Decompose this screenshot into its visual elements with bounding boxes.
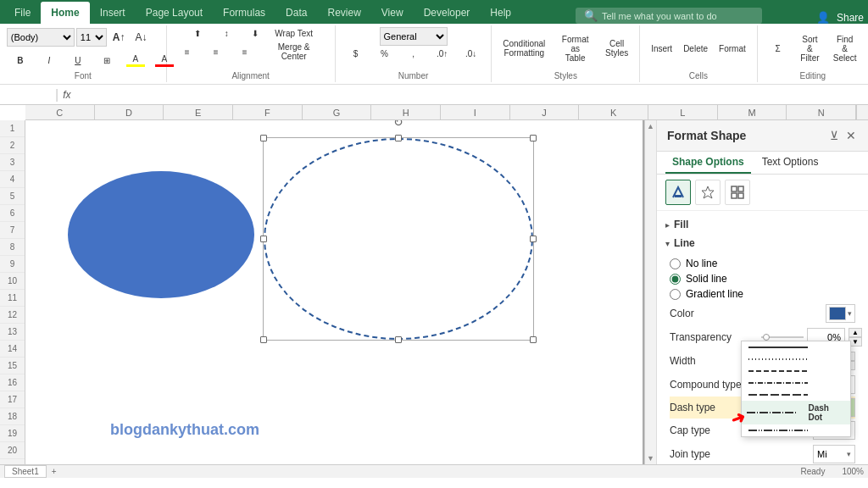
tab-view[interactable]: View: [371, 2, 414, 24]
transparency-slider[interactable]: [761, 336, 804, 338]
cell-styles-btn[interactable]: CellStyles: [601, 37, 632, 59]
spreadsheet-canvas[interactable]: ↻ blogdankythuat.com: [25, 120, 644, 464]
no-line-radio[interactable]: [670, 258, 681, 269]
dash-option-longdashdot[interactable]: Dash Dot: [742, 401, 850, 424]
transparency-up-btn[interactable]: ▲: [849, 328, 862, 337]
dash-type-popup[interactable]: Dash Dot: [741, 341, 851, 437]
row-11[interactable]: 11: [0, 290, 25, 307]
row-13[interactable]: 13: [0, 324, 25, 341]
tab-help[interactable]: Help: [480, 2, 521, 24]
row-19[interactable]: 19: [0, 425, 25, 442]
insert-btn[interactable]: Insert: [647, 42, 676, 55]
selected-shape-container[interactable]: ↻: [263, 137, 534, 341]
row-4[interactable]: 4: [0, 171, 25, 188]
align-center-btn[interactable]: ≡: [203, 41, 230, 63]
align-top-btn[interactable]: ⬆: [184, 27, 211, 40]
autosum-btn[interactable]: Σ: [765, 42, 792, 55]
resize-handle-br[interactable]: [530, 336, 537, 343]
row-14[interactable]: 14: [0, 341, 25, 358]
italic-btn[interactable]: I: [36, 53, 63, 69]
fill-line-icon-btn[interactable]: [665, 180, 691, 205]
share-label[interactable]: Share: [837, 12, 864, 24]
solid-line-radio[interactable]: [670, 274, 681, 285]
row-8[interactable]: 8: [0, 239, 25, 256]
number-format-select[interactable]: General: [380, 27, 448, 46]
col-n[interactable]: N: [787, 105, 856, 119]
col-c[interactable]: C: [25, 105, 95, 119]
panel-close-btn[interactable]: ✕: [844, 127, 858, 144]
dash-option-solid[interactable]: [742, 341, 850, 353]
col-k[interactable]: K: [579, 105, 648, 119]
tab-file[interactable]: File: [4, 2, 41, 24]
resize-handle-tl[interactable]: [260, 135, 267, 141]
row-18[interactable]: 18: [0, 408, 25, 425]
col-j[interactable]: J: [510, 105, 580, 119]
row-2[interactable]: 2: [0, 137, 25, 154]
tab-review[interactable]: Review: [317, 2, 370, 24]
bold-btn[interactable]: B: [7, 53, 34, 69]
size-properties-icon-btn[interactable]: [725, 180, 750, 205]
align-middle-btn[interactable]: ↕: [213, 27, 240, 40]
tab-shape-options[interactable]: Shape Options: [665, 152, 751, 174]
row-16[interactable]: 16: [0, 374, 25, 391]
row-9[interactable]: 9: [0, 256, 25, 273]
color-picker[interactable]: ▾: [826, 304, 855, 323]
row-15[interactable]: 15: [0, 358, 25, 374]
row-7[interactable]: 7: [0, 222, 25, 239]
tab-developer[interactable]: Developer: [414, 2, 481, 24]
find-select-btn[interactable]: Find &Select: [828, 33, 861, 64]
fill-color-btn[interactable]: A: [122, 53, 149, 69]
col-i[interactable]: I: [441, 105, 510, 119]
sort-filter-btn[interactable]: Sort &Filter: [794, 33, 826, 64]
row-20[interactable]: 20: [0, 442, 25, 459]
dash-option-longdash[interactable]: [742, 389, 850, 401]
decimal-increase-btn[interactable]: .0↑: [429, 47, 456, 60]
line-section-header[interactable]: ▾ Line: [657, 234, 868, 252]
resize-handle-tr[interactable]: [530, 135, 537, 141]
resize-handle-mr[interactable]: [530, 236, 537, 242]
row-6[interactable]: 6: [0, 205, 25, 222]
font-decrease-btn[interactable]: A↓: [131, 30, 151, 45]
row-17[interactable]: 17: [0, 391, 25, 408]
delete-btn[interactable]: Delete: [679, 42, 712, 55]
align-bottom-btn[interactable]: ⬇: [242, 27, 269, 40]
col-g[interactable]: G: [303, 105, 372, 119]
resize-handle-bl[interactable]: [260, 336, 267, 343]
col-f[interactable]: F: [233, 105, 303, 119]
resize-handle-ml[interactable]: [260, 236, 267, 242]
panel-pin-btn[interactable]: ⊻: [828, 127, 840, 144]
effects-icon-btn[interactable]: [695, 180, 721, 205]
dash-option-dash[interactable]: [742, 365, 850, 377]
row-10[interactable]: 10: [0, 273, 25, 290]
border-btn[interactable]: ⊞: [93, 53, 120, 69]
comma-btn[interactable]: ,: [400, 47, 427, 60]
wrap-text-btn[interactable]: Wrap Text: [270, 27, 317, 40]
align-right-btn[interactable]: ≡: [231, 41, 259, 63]
col-l[interactable]: L: [648, 105, 718, 119]
font-increase-btn[interactable]: A↑: [108, 30, 130, 45]
tab-home[interactable]: Home: [41, 2, 89, 24]
sheet-tab-1[interactable]: Sheet1: [4, 465, 47, 478]
percent-btn[interactable]: %: [371, 47, 398, 60]
tab-text-options[interactable]: Text Options: [755, 152, 826, 174]
font-size-select[interactable]: 11: [76, 28, 107, 47]
tab-insert[interactable]: Insert: [90, 2, 136, 24]
gradient-line-radio[interactable]: [670, 289, 681, 300]
row-3[interactable]: 3: [0, 154, 25, 171]
decimal-decrease-btn[interactable]: .0↓: [458, 47, 485, 60]
cell-reference-input[interactable]: [4, 89, 51, 101]
underline-btn[interactable]: U: [64, 53, 92, 69]
join-type-dropdown[interactable]: Mi ▾: [813, 445, 855, 463]
add-sheet-btn[interactable]: +: [52, 467, 57, 476]
format-btn[interactable]: Format: [715, 42, 750, 55]
row-5[interactable]: 5: [0, 188, 25, 205]
col-m[interactable]: M: [718, 105, 787, 119]
col-h[interactable]: H: [371, 105, 441, 119]
tab-pagelayout[interactable]: Page Layout: [136, 2, 213, 24]
font-family-select[interactable]: (Body): [7, 28, 75, 47]
formula-input[interactable]: [75, 89, 865, 101]
dash-option-dashdot[interactable]: [742, 377, 850, 389]
row-12[interactable]: 12: [0, 307, 25, 324]
conditional-formatting-btn[interactable]: ConditionalFormatting: [498, 37, 549, 59]
tab-data[interactable]: Data: [275, 2, 317, 24]
